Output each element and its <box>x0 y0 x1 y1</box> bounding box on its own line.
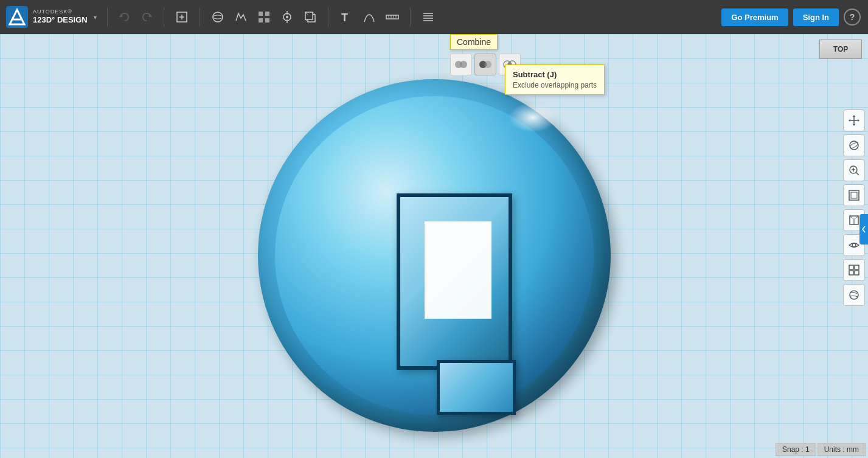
pattern-button[interactable] <box>253 6 275 28</box>
pan-button[interactable] <box>843 109 865 131</box>
snap-button[interactable] <box>276 6 298 28</box>
svg-point-9 <box>213 15 223 19</box>
merge-icon <box>454 58 468 71</box>
svg-text:T: T <box>341 12 348 24</box>
pan-icon <box>848 114 860 127</box>
svg-line-48 <box>856 173 859 176</box>
primitives-button[interactable] <box>207 6 229 28</box>
layers-icon <box>421 10 436 24</box>
status-bar: Snap : 1 Units : mm <box>776 441 868 458</box>
snap-status[interactable]: Snap : 1 <box>776 443 816 456</box>
side-panel-toggle[interactable] <box>859 214 868 245</box>
cube-view-button[interactable] <box>299 6 321 28</box>
zoom-button[interactable] <box>843 159 865 181</box>
product-label: 123D° DESIGN <box>33 15 88 26</box>
svg-point-8 <box>213 12 223 22</box>
autodesk-logo-icon <box>6 6 28 28</box>
snap-icon <box>280 10 294 24</box>
modify-icon <box>234 10 248 24</box>
redo-button[interactable] <box>137 7 156 27</box>
svg-point-15 <box>286 16 288 18</box>
logo-area[interactable]: AUTODESK® 123D° DESIGN ▾ <box>0 6 103 28</box>
tooltip-title: Subtract (J) <box>513 70 597 79</box>
ruler-button[interactable] <box>381 6 403 28</box>
combine-merge-button[interactable] <box>450 54 472 75</box>
logo-dropdown-arrow[interactable]: ▾ <box>94 14 97 21</box>
svg-marker-43 <box>849 119 850 122</box>
undo-icon <box>119 11 131 23</box>
grid-view-button[interactable] <box>843 259 865 281</box>
material-button[interactable] <box>843 284 865 306</box>
sketch-button[interactable] <box>171 6 193 28</box>
svg-rect-10 <box>259 12 263 16</box>
premium-button[interactable]: Go Premium <box>721 9 788 26</box>
layers-group <box>417 6 440 28</box>
svg-rect-56 <box>853 218 855 224</box>
units-status[interactable]: Units : mm <box>818 443 866 456</box>
chevron-left-icon <box>861 225 866 234</box>
main-toolbar: AUTODESK® 123D° DESIGN ▾ <box>0 0 868 34</box>
redo-icon <box>141 11 153 23</box>
divider-4 <box>328 8 328 26</box>
svg-rect-11 <box>265 12 269 16</box>
svg-rect-12 <box>259 18 263 23</box>
text-button[interactable]: T <box>335 6 357 28</box>
modify-button[interactable] <box>230 6 252 28</box>
combine-label: Combine <box>450 34 498 50</box>
undo-redo-group <box>114 7 158 27</box>
measure-button[interactable] <box>358 6 380 28</box>
divider-1 <box>107 8 108 26</box>
fit-icon <box>848 189 860 201</box>
svg-rect-60 <box>849 271 853 275</box>
undo-button[interactable] <box>115 7 134 27</box>
combine-subtract-button[interactable] <box>474 54 496 75</box>
eye-icon <box>848 239 860 251</box>
help-button[interactable]: ? <box>844 9 861 26</box>
fit-view-button[interactable] <box>843 184 865 206</box>
svg-point-36 <box>484 61 491 68</box>
svg-point-34 <box>460 61 467 68</box>
text-icon: T <box>339 10 353 24</box>
pattern-icon <box>257 10 271 24</box>
svg-rect-51 <box>849 190 859 200</box>
brand-label: AUTODESK® <box>33 9 88 16</box>
svg-point-57 <box>852 243 856 247</box>
orbit-icon <box>848 139 860 151</box>
svg-marker-41 <box>853 115 855 117</box>
layers-button[interactable] <box>417 6 439 28</box>
tooltip-title-text: Subtract (J) <box>513 70 557 79</box>
viewport[interactable] <box>0 34 868 458</box>
svg-rect-59 <box>855 265 859 269</box>
signin-button[interactable]: Sign In <box>793 9 839 26</box>
grid-icon <box>848 264 860 276</box>
svg-rect-13 <box>265 18 269 23</box>
cube-icon <box>303 10 318 24</box>
svg-marker-42 <box>853 124 855 126</box>
material-icon <box>848 289 860 301</box>
view-home-icon <box>848 214 860 226</box>
subtract-tooltip: Subtract (J) Exclude overlapping parts <box>505 64 605 95</box>
orbit-button[interactable] <box>843 134 865 156</box>
primitives-group <box>206 6 322 28</box>
toolbar-right: Go Premium Sign In ? <box>721 9 868 26</box>
svg-rect-61 <box>855 271 859 275</box>
divider-5 <box>410 8 411 26</box>
right-panel <box>843 109 865 306</box>
logo-text: AUTODESK® 123D° DESIGN <box>33 9 88 26</box>
zoom-icon <box>848 164 860 176</box>
view-cube[interactable]: TOP <box>819 40 862 59</box>
svg-marker-44 <box>858 119 859 122</box>
svg-rect-58 <box>849 265 853 269</box>
measure-icon <box>362 10 377 24</box>
sketch-group <box>170 6 193 28</box>
cube-top-label[interactable]: TOP <box>819 40 862 59</box>
sketch-icon <box>175 10 189 24</box>
svg-rect-24 <box>386 15 398 19</box>
primitives-icon <box>210 10 225 24</box>
subtract-icon <box>479 58 492 71</box>
text-measure-group: T <box>335 6 404 28</box>
tooltip-description: Exclude overlapping parts <box>513 81 597 89</box>
ruler-icon <box>385 10 400 24</box>
svg-rect-52 <box>851 192 857 198</box>
divider-2 <box>164 8 164 26</box>
